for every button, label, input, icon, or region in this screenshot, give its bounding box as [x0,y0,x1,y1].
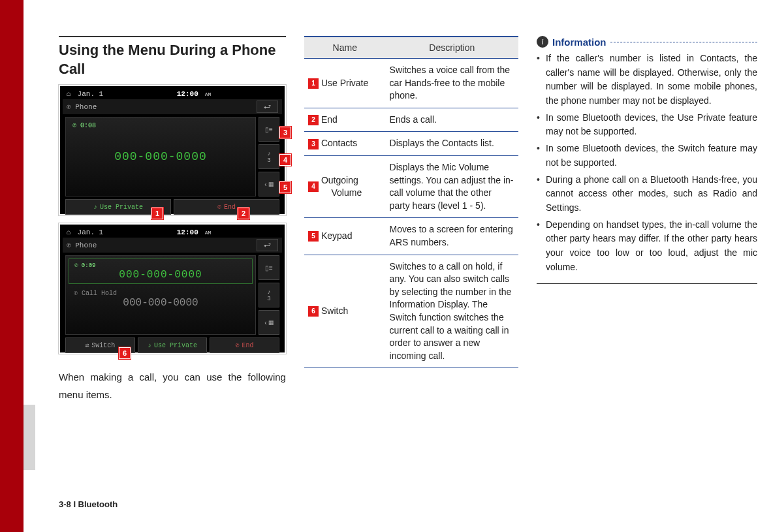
info-header: i Information [537,36,757,48]
table-row: 3Contacts Displays the Contacts list. [304,132,518,156]
info-title: Information [552,37,606,48]
active-number: 000-000-0000 [74,269,247,281]
contacts-icon: ▯≡ [259,117,279,142]
callout-1: 1 [151,208,163,219]
row-name: Outgoing Volume [321,174,373,200]
keypad-icon: ‹ ▦ [259,172,279,196]
row-desc: Switches to a call on hold, if any. You … [386,255,518,368]
info-icon: i [537,36,548,48]
callout-3: 3 [279,127,291,138]
info-list: If the caller's number is listed in Cont… [537,52,757,284]
row-desc: Displays the Mic Volume settings. You ca… [386,155,518,217]
info-divider [610,42,758,42]
mic-volume-icon: ♪ 3 [259,283,279,307]
page-footer: 3-8 I Bluetooth [59,499,118,509]
phone-icon: ✆ [67,103,71,111]
table-row: 1Use Private Switches a voice call from … [304,59,518,108]
row-name: Switch [321,305,348,316]
phone-icon: ✆ [67,242,71,249]
call-duration: 0:08 [80,122,96,129]
date: Jan. 1 [78,228,104,236]
row-desc: Ends a call. [386,108,518,132]
table-row: 6Switch Switches to a call on hold, if a… [304,255,518,368]
row-name: End [321,114,338,125]
callout-4: 4 [279,154,291,166]
use-private-button: ♪Use Private [138,337,208,353]
call-duration: 0:09 [82,262,96,269]
grey-tab [24,405,35,470]
ampm: AM [205,230,212,236]
row-desc: Displays the Contacts list. [386,132,518,156]
date: Jan. 1 [78,90,104,98]
keypad-icon: ‹ ▦ [259,310,279,335]
callout-6: 6 [119,347,131,359]
callout-2: 2 [238,208,249,219]
row-name: Use Private [321,78,368,88]
row-desc: Moves to a screen for entering ARS numbe… [386,218,518,255]
section-heading: Using the Menu During a Phone Call [59,36,286,78]
row-name: Keypad [321,230,352,241]
table-row: 5Keypad Moves to a screen for entering A… [304,218,518,255]
red-spine [0,0,24,532]
end-button: ✆End [174,199,279,215]
column-3: i Information If the caller's number is … [537,36,757,493]
info-item: During a phone call on a Bluetooth Hands… [537,173,757,215]
call-number: 000-000-0000 [114,150,207,163]
page-content: Using the Menu During a Phone Call ⌂ Jan… [59,36,757,493]
phone-tab: Phone [75,242,97,249]
info-item: If the caller's number is listed in Cont… [537,52,757,108]
table-row: 4Outgoing Volume Displays the Mic Volume… [304,155,518,217]
call-hold-label: Call Hold [82,290,117,297]
column-2: Name Description 1Use Private Switches a… [304,36,518,493]
body-text: When making a call, you can use the foll… [59,368,286,403]
phone-tab: Phone [75,103,97,111]
th-desc: Description [386,37,518,59]
back-icon: ⮐ [257,101,278,113]
row-desc: Switches a voice call from the car Hands… [386,59,518,108]
home-icon: ⌂ [67,228,71,236]
th-name: Name [304,37,386,59]
feature-table: Name Description 1Use Private Switches a… [304,36,518,368]
home-icon: ⌂ [67,90,71,98]
info-item: In some Bluetooth devices, the Use Priva… [537,111,757,139]
screenshot-call-single: ⌂ Jan. 1 12:00 AM ✆ Phone ⮐ ✆ 0:08 000-0… [59,85,286,215]
time: 12:00 [177,228,198,236]
end-button: ✆End [210,337,279,353]
row-name: Contacts [321,138,357,148]
time: 12:00 [177,90,198,98]
table-row: 2End Ends a call. [304,108,518,132]
callout-5: 5 [279,181,291,193]
ampm: AM [205,91,212,97]
contacts-icon: ▯≡ [259,255,279,280]
info-item: Depending on handset types, the in-call … [537,218,757,275]
hold-number: 000-000-0000 [74,297,247,309]
column-1: Using the Menu During a Phone Call ⌂ Jan… [59,36,286,493]
mic-volume-icon: ♪ 3 [259,144,279,169]
back-icon: ⮐ [257,239,278,251]
info-item: In some Bluetooth devices, the Switch fe… [537,142,757,170]
screenshot-call-hold: ⌂ Jan. 1 12:00 AM ✆ Phone ⮐ ✆ 0:09 000-0… [59,223,286,354]
